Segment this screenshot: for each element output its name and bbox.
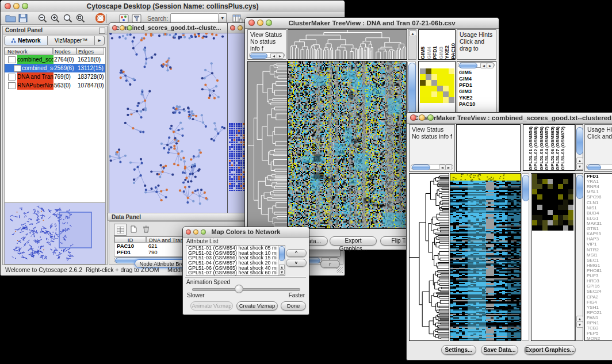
zoom-selected-icon[interactable] [62, 13, 74, 24]
open-file-icon[interactable] [4, 13, 17, 24]
network-view-title-bar[interactable]: combined_scores_good.txt--cluste... [109, 23, 228, 33]
tv2-status-hscrollbar[interactable]: ◄ ► [411, 164, 453, 170]
new-attribute-icon[interactable] [128, 224, 139, 235]
tv2-gene-item[interactable]: SEC1 [585, 258, 612, 263]
tv1-column-label[interactable]: GIM4 [426, 47, 433, 59]
tab-overflow-arrow-icon[interactable]: ► [95, 36, 105, 45]
tv2-gene-item[interactable]: GTB1 [585, 226, 612, 231]
close-icon[interactable] [410, 114, 416, 121]
tv2-heatmap[interactable] [450, 173, 521, 341]
zoom-window-icon[interactable] [201, 229, 206, 235]
network-list-row[interactable]: RNAPuberNov2+ 563(0) 107847(0) [5, 81, 105, 90]
attribute-list-item[interactable]: GPL51-07 (GSM868) heat shock 60 min [186, 270, 285, 275]
network-list-row[interactable]: DNA and Tran 07 769(0) 183728(0) [5, 72, 105, 81]
move-attribute-up-button[interactable]: ^ [286, 249, 307, 257]
tv2-gene-item[interactable]: FIG4 [585, 300, 612, 305]
tv2-gene-item[interactable]: RPN1 [585, 320, 612, 325]
minimize-icon[interactable] [419, 114, 425, 121]
zoom-in-icon[interactable] [49, 13, 62, 24]
minimize-icon[interactable] [120, 25, 125, 30]
tv2-gene-item[interactable]: RPO21 [585, 310, 612, 315]
tv2-gene-item[interactable]: YSH1 [585, 305, 612, 310]
animation-speed-slider-thumb[interactable] [235, 285, 243, 293]
network-list-row[interactable]: combined_sco 2569(6) 13112(15) [5, 64, 105, 72]
tv1-column-dendrogram[interactable] [288, 29, 407, 60]
tv2-gene-item[interactable]: GPI16 [585, 283, 612, 289]
attribute-select-icon[interactable] [114, 224, 127, 236]
tv1-gene-hscroll-thumb[interactable] [459, 63, 477, 68]
tv2-gene-item[interactable]: PAN1 [585, 315, 612, 320]
tv1-export-graphics-button[interactable]: Export Graphics... [330, 236, 377, 246]
zoom-window-icon[interactable] [266, 20, 272, 26]
tv2-gene-item[interactable]: CPA2 [585, 294, 612, 300]
tv2-zoom-heatmap-canvas[interactable] [531, 174, 575, 340]
tv2-gene-item[interactable]: MSL1 [585, 189, 612, 194]
tv2-gene-vscroll-thumb[interactable] [576, 175, 583, 199]
tv1-status-hscroll-thumb[interactable] [250, 53, 267, 59]
tv2-save-data-button[interactable]: Save Data... [481, 345, 518, 355]
tab-network[interactable]: Network [4, 36, 48, 45]
minimize-icon[interactable] [13, 3, 20, 9]
tv2-column-dendrogram[interactable] [456, 124, 521, 172]
network-overview-canvas[interactable] [5, 203, 104, 263]
tv1-col-scroll-strip[interactable]: ▲ [408, 29, 416, 60]
tv2-gene-item[interactable]: KAP95 [585, 231, 612, 236]
minimize-icon[interactable] [238, 25, 243, 30]
tv2-hints-hscroll-thumb[interactable] [587, 164, 601, 170]
tv2-column-label[interactable]: GPL51-03 (GSM856) [539, 127, 544, 170]
search-input[interactable] [170, 13, 219, 24]
tv2-row-dendrogram-canvas[interactable] [410, 174, 449, 340]
tv1-column-label[interactable]: GIM5 [420, 47, 426, 59]
tv1-gene-hscrollbar[interactable]: ◄ ► [458, 62, 495, 68]
attribute-list-vscroll-thumb[interactable] [279, 246, 285, 261]
tv2-gene-item[interactable]: MON2 [585, 336, 612, 341]
network-graph-canvas[interactable] [109, 33, 227, 212]
tv2-gene-item[interactable]: HMG1 [585, 263, 612, 268]
attr-col-id[interactable]: ID [114, 236, 146, 243]
tv2-export-graphics-button[interactable]: Export Graphics... [524, 345, 576, 355]
tv2-gene-item[interactable]: ELG1 [585, 216, 612, 221]
save-icon[interactable] [17, 13, 29, 24]
scroll-down-icon[interactable]: ▼ [576, 163, 583, 170]
close-icon[interactable] [5, 3, 11, 9]
tv2-gene-item[interactable]: CLN1 [585, 200, 612, 205]
tv1-column-label[interactable]: GIM3 [438, 47, 445, 59]
tv1-column-label[interactable]: PFD1 [432, 46, 438, 59]
tv2-heatmap-vscrollbar[interactable] [521, 173, 529, 341]
col-network[interactable]: Network [5, 48, 53, 55]
scroll-up-icon[interactable]: ▲ [409, 30, 416, 36]
tv2-gene-item[interactable]: YRA1 [585, 179, 612, 184]
tv1-row-dendrogram[interactable] [247, 61, 288, 229]
tv1-heatmap-canvas[interactable] [288, 62, 406, 228]
tv2-gene-item[interactable]: BUD4 [585, 210, 612, 216]
tv2-heatmap-canvas[interactable] [450, 174, 521, 340]
tv1-row-dendrogram-canvas[interactable] [248, 62, 287, 228]
tv2-gene-item[interactable]: MAK31 [585, 221, 612, 226]
tv2-column-label[interactable]: GPL51-07 (GSM868) [555, 127, 560, 170]
tv1-heatmap-vscroll-thumb[interactable] [408, 63, 416, 113]
tv2-zoom-heatmap-panel[interactable] [531, 173, 575, 341]
col-nodes[interactable]: Nodes [53, 48, 76, 55]
network-list-row[interactable]: combined_scores 2764(0) 16218(0) [5, 55, 105, 64]
scroll-down-icon[interactable]: ▼ [279, 269, 285, 275]
float-panel-icon[interactable] [99, 28, 105, 34]
tab-vizmapper[interactable]: VizMapper™ [48, 36, 95, 45]
tv1-column-label[interactable]: PAC10 [450, 43, 456, 59]
scroll-right-icon[interactable]: ► [445, 164, 452, 170]
tv2-gene-item[interactable]: MSI1 [585, 252, 612, 258]
tv2-gene-vscrollbar[interactable]: ▲ ▼ [575, 173, 583, 341]
close-icon[interactable] [186, 229, 191, 235]
zoom-window-icon[interactable] [427, 114, 434, 121]
tv2-column-label[interactable]: GPL51-01 (GSM854) [528, 127, 533, 170]
close-icon[interactable] [112, 25, 117, 30]
tv2-status-hscroll-thumb[interactable] [412, 164, 430, 170]
delete-attribute-trash-icon[interactable] [140, 224, 152, 235]
tv2-settings-button[interactable]: Settings... [441, 345, 476, 355]
search-dropdown-arrow-icon[interactable]: ▼ [219, 13, 227, 24]
tv2-hints-hscrollbar[interactable] [586, 164, 612, 170]
scroll-right-icon[interactable]: ► [277, 53, 284, 59]
tv1-zoom-matrix-canvas[interactable] [420, 68, 454, 103]
tv2-heatmap-vscroll-thumb[interactable] [522, 175, 529, 201]
tv2-gene-item[interactable]: TCB3 [585, 325, 612, 331]
tv1-column-label[interactable]: YKE2 [444, 45, 450, 59]
